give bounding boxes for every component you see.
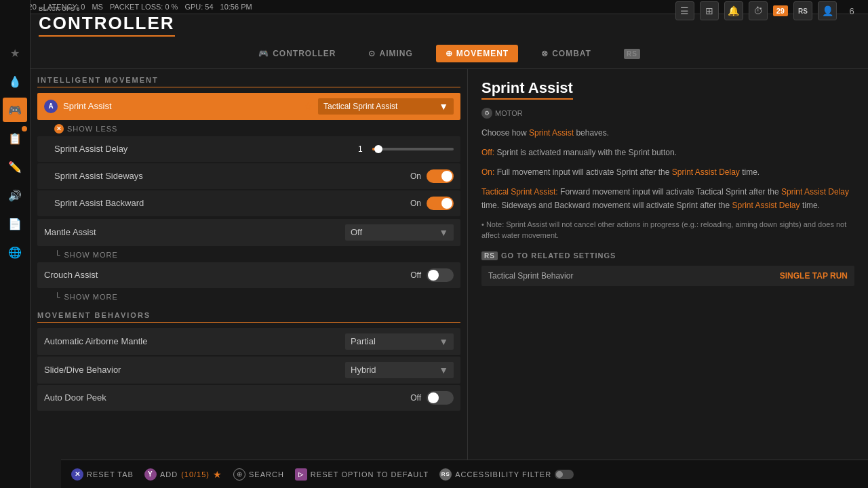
corner-arrow-1: └ [54,250,61,260]
sprint-assist-label: Sprint Assist [63,101,112,111]
airborne-mantle-dropdown[interactable]: Partial ▼ [345,333,454,350]
accessibility-filter-action[interactable]: RS ACCESSIBILITY FILTER [439,468,574,481]
reset-tab-label: RESET TAB [87,470,134,479]
search-action[interactable]: ⊕ SEARCH [233,468,284,481]
note-keyword: Note: [486,220,504,228]
reset-default-label: RESET OPTION TO DEFAULT [311,470,429,479]
tab-movement[interactable]: ⊕ MOVEMENT [436,45,518,62]
crouch-assist-row[interactable]: Crouch Assist Off [37,262,460,288]
x-button-badge: ✕ [71,468,83,481]
sidebar-icon-documents[interactable]: 📄 [3,211,27,236]
sprint-assist-delay-track[interactable] [372,148,454,150]
show-more-row-1[interactable]: └ SHOW MORE [37,247,460,262]
mantle-assist-row[interactable]: Mantle Assist Off ▼ [37,219,460,246]
sidebar-icon-water[interactable]: 💧 [3,69,27,94]
slide-dive-dropdown[interactable]: Hybrid ▼ [345,362,454,378]
info-title: Sprint Assist [481,79,573,100]
slider-thumb[interactable] [374,145,382,153]
slide-dive-row[interactable]: Slide/Dive Behavior Hybrid ▼ [37,357,460,384]
tab-rs[interactable]: RS [614,45,650,63]
mantle-assist-dropdown[interactable]: Off ▼ [345,224,454,241]
sprint-assist-note: Sprint Assist will not cancel other acti… [481,220,846,240]
tab-controller[interactable]: 🎮 CONTROLLER [249,45,345,62]
main-content: BLACK OPS 6 CONTROLLER 🎮 CONTROLLER ⊙ AI… [31,0,868,488]
sprint-assist-chevron: ▼ [439,101,448,112]
off-keyword: Off: [481,148,494,157]
sprint-assist-delay-link-1[interactable]: Sprint Assist Delay [672,167,740,177]
note-text: • Note: Sprint Assist will not cancel ot… [481,219,854,241]
related-row-tactical-sprint[interactable]: Tactical Sprint Behavior SINGLE TAP RUN [481,266,854,286]
sprint-assist-backward-row[interactable]: Sprint Assist Backward On [37,190,460,216]
add-action[interactable]: Y ADD (10/15) ★ [144,468,222,481]
sidebar-icon-favorites[interactable]: ★ [3,41,27,65]
info-panel: Sprint Assist ⚙ MOTOR Choose how Sprint … [468,69,868,462]
sprint-assist-row[interactable]: A Sprint Assist ★ Tactical Sprint Assist… [37,93,460,120]
sprint-assist-backward-value: On [410,199,421,208]
auto-door-peek-label: Auto Door Peek [44,392,106,403]
sidebar-icon-edit[interactable]: ✏️ [3,155,27,179]
slide-dive-value: Hybrid [351,365,376,375]
tab-rs-icon: RS [624,49,640,59]
settings-panel: INTELLIGENT MOVEMENT A Sprint Assist ★ T… [31,69,468,462]
sidebar: ★ 💧 🎮 📋 ✏️ 🔊 📄 🌐 [0,0,31,488]
corner-arrow-2: └ [54,292,61,302]
sprint-assist-sideways-toggle[interactable] [427,169,454,183]
show-less-row[interactable]: ✕ SHOW LESS [37,121,460,136]
info-description-off: Off: Sprint is activated manually with t… [481,146,854,159]
show-less-label: SHOW LESS [67,125,117,133]
tab-combat[interactable]: ⊗ COMBAT [532,45,601,62]
motor-badge-icon: ⚙ [481,108,492,119]
slide-dive-chevron: ▼ [439,365,448,375]
sidebar-icon-controller[interactable]: 🎮 [3,98,27,122]
sprint-assist-delay-row[interactable]: Sprint Assist Delay 1 [37,136,460,162]
accessibility-toggle[interactable] [555,470,574,479]
tab-controller-label: CONTROLLER [273,49,336,58]
airborne-mantle-value: Partial [351,336,376,346]
a-button-icon: A [44,100,58,113]
section-title-intelligent-movement: INTELLIGENT MOVEMENT [37,76,460,87]
sidebar-icon-audio[interactable]: 🔊 [3,183,27,207]
crouch-assist-label: Crouch Assist [44,270,98,280]
tab-movement-label: MOVEMENT [456,49,509,58]
auto-door-peek-toggle[interactable] [427,391,454,405]
title-area: BLACK OPS 6 CONTROLLER [31,0,868,39]
tab-movement-icon: ⊕ [446,49,453,58]
bottom-bar: ✕ RESET TAB Y ADD (10/15) ★ ⊕ SEARCH ▷ R… [61,460,868,488]
game-logo: BLACK OPS 6 [39,5,175,13]
sprint-assist-sideways-value: On [410,171,421,181]
sprint-assist-backward-toggle[interactable] [427,197,454,210]
sprint-assist-delay-link-3[interactable]: Sprint Assist Delay [732,201,800,210]
sprint-assist-star[interactable]: ★ [304,101,313,112]
sprint-assist-dropdown[interactable]: Tactical Sprint Assist ▼ [318,98,454,115]
mantle-assist-value: Off [351,227,362,237]
slide-dive-label: Slide/Dive Behavior [44,365,121,375]
star-icon: ★ [213,469,222,480]
sprint-assist-backward-label: Sprint Assist Backward [54,198,144,208]
tab-aiming-icon: ⊙ [368,49,376,58]
tab-controller-icon: 🎮 [258,49,269,58]
sprint-assist-delay-slider-container[interactable]: 1 [358,144,454,154]
tab-aiming[interactable]: ⊙ AIMING [359,45,422,62]
show-more-label-1: SHOW MORE [64,251,118,259]
rs-btn-badge: RS [439,468,452,481]
sprint-assist-sideways-row[interactable]: Sprint Assist Sideways On [37,163,460,189]
motor-badge: ⚙ MOTOR [481,108,854,119]
show-more-row-2[interactable]: └ SHOW MORE [37,289,460,304]
sprint-assist-value: Tactical Sprint Assist [323,102,397,111]
on-keyword: On: [481,167,494,177]
reset-default-action[interactable]: ▷ RESET OPTION TO DEFAULT [295,468,429,481]
sidebar-icon-globe[interactable]: 🌐 [3,240,27,264]
info-description-tactical: Tactical Sprint Assist: Forward movement… [481,186,854,211]
airborne-mantle-row[interactable]: Automatic Airborne Mantle Partial ▼ [37,328,460,355]
add-count: (10/15) [181,470,210,479]
search-circle-icon: ⊕ [233,468,245,481]
sprint-assist-delay-link-2[interactable]: Sprint Assist Delay [781,187,849,197]
crouch-assist-toggle[interactable] [427,268,454,282]
reset-tab-action[interactable]: ✕ RESET TAB [71,468,134,481]
add-label: ADD [160,470,178,479]
auto-door-peek-value: Off [410,393,421,403]
auto-door-peek-row[interactable]: Auto Door Peek Off [37,385,460,411]
rs-badge: RS [481,251,498,260]
info-description-1: Choose how Sprint Assist behaves. [481,127,854,140]
motor-label: MOTOR [495,109,523,117]
